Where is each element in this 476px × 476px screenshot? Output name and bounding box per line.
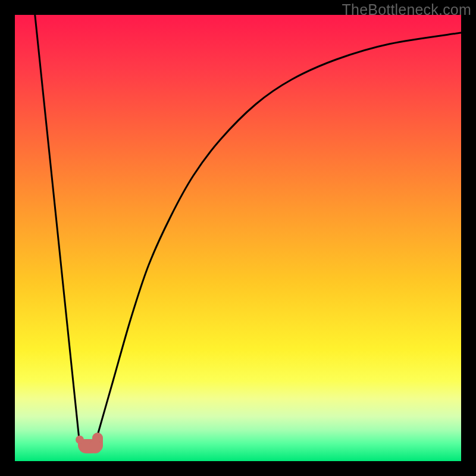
plot-area — [15, 15, 461, 461]
watermark-text: TheBottleneck.com — [342, 1, 471, 18]
curve-marker-left — [76, 436, 84, 444]
chart-frame: TheBottleneck.com — [0, 0, 476, 476]
bottleneck-curve — [15, 15, 461, 461]
curve-marker-right — [89, 440, 102, 453]
